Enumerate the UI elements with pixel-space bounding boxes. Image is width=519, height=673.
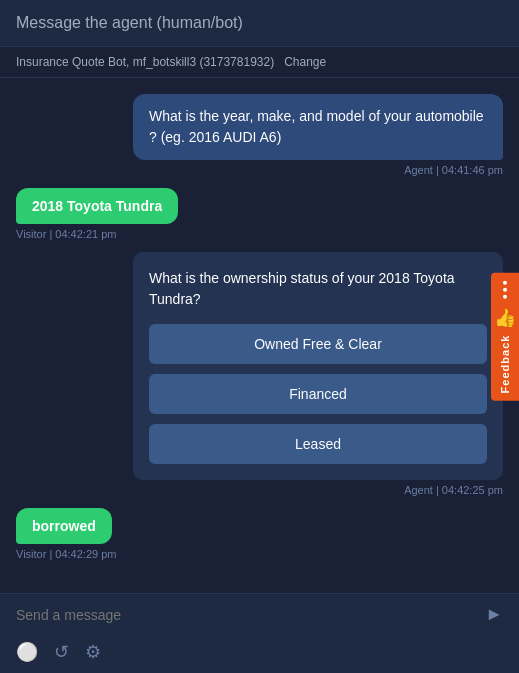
refresh-icon[interactable]: ↺ <box>54 641 69 663</box>
record-icon[interactable]: ⚪ <box>16 641 38 663</box>
agent-timestamp-1: Agent | 04:41:46 pm <box>404 164 503 176</box>
visitor-text-1: 2018 Toyota Tundra <box>32 198 162 214</box>
header-title: Message the agent (human/bot) <box>16 14 503 32</box>
visitor-timestamp-1: Visitor | 04:42:21 pm <box>16 228 117 240</box>
bot-info: Insurance Quote Bot, mf_botskill3 (31737… <box>16 55 274 69</box>
tab-dots <box>503 280 507 298</box>
header: Message the agent (human/bot) <box>0 0 519 47</box>
visitor-message-1: 2018 Toyota Tundra Visitor | 04:42:21 pm <box>16 188 503 240</box>
visitor-bubble-1: 2018 Toyota Tundra <box>16 188 178 224</box>
toolbar-row: ⚪ ↺ ⚙ <box>0 635 519 673</box>
settings-icon[interactable]: ⚙ <box>85 641 101 663</box>
thumbs-up-icon: 👍 <box>494 306 516 328</box>
chat-area: What is the year, make, and model of you… <box>0 78 519 633</box>
visitor-message-2: borrowed Visitor | 04:42:29 pm <box>16 508 503 560</box>
visitor-timestamp-2: Visitor | 04:42:29 pm <box>16 548 117 560</box>
feedback-label: Feedback <box>499 334 511 393</box>
send-button[interactable]: ► <box>485 604 503 625</box>
options-question: What is the ownership status of your 201… <box>149 268 487 310</box>
bottom-bar: ► ⚪ ↺ ⚙ <box>0 593 519 673</box>
title-text: Message the agent <box>16 14 152 31</box>
option-owned-free-clear[interactable]: Owned Free & Clear <box>149 324 487 364</box>
sub-header: Insurance Quote Bot, mf_botskill3 (31737… <box>0 47 519 78</box>
feedback-tab[interactable]: 👍 Feedback <box>491 272 519 401</box>
options-card: What is the ownership status of your 201… <box>133 252 503 480</box>
agent-bubble-1: What is the year, make, and model of you… <box>133 94 503 160</box>
visitor-text-2: borrowed <box>32 518 96 534</box>
change-link[interactable]: Change <box>284 55 326 69</box>
option-financed[interactable]: Financed <box>149 374 487 414</box>
options-timestamp: Agent | 04:42:25 pm <box>404 484 503 496</box>
options-wrap: What is the ownership status of your 201… <box>16 252 503 496</box>
option-leased[interactable]: Leased <box>149 424 487 464</box>
message-input[interactable] <box>16 607 475 623</box>
header-subtitle: (human/bot) <box>157 14 243 31</box>
visitor-bubble-2: borrowed <box>16 508 112 544</box>
agent-text-1: What is the year, make, and model of you… <box>149 108 484 145</box>
message-input-row: ► <box>0 594 519 635</box>
agent-message-1: What is the year, make, and model of you… <box>16 94 503 176</box>
